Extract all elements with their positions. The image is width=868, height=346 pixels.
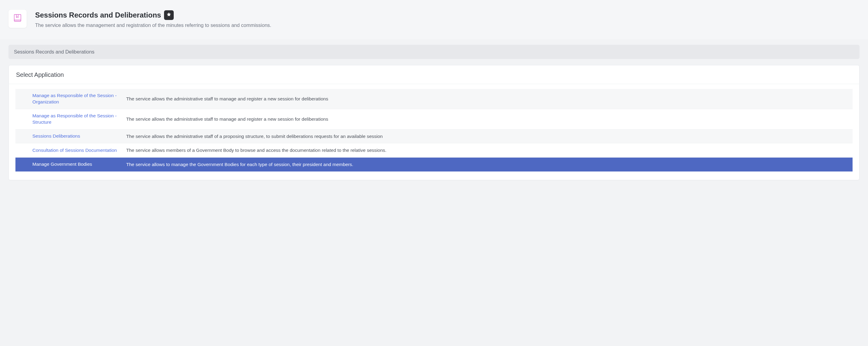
favorite-toggle[interactable]	[164, 10, 174, 20]
panel-title: Select Application	[9, 65, 859, 84]
breadcrumb: Sessions Records and Deliberations	[8, 45, 860, 59]
content-wrap: Sessions Records and Deliberations Selec…	[0, 39, 868, 189]
app-description: The service allows the administrative st…	[126, 133, 848, 140]
page-title: Sessions Records and Deliberations	[35, 11, 161, 20]
app-description: The service allows the administrative st…	[126, 96, 848, 102]
header-text: Sessions Records and Deliberations The s…	[35, 10, 860, 29]
app-link[interactable]: Manage as Responsible of the Session - O…	[32, 93, 126, 105]
page-header: Sessions Records and Deliberations The s…	[0, 0, 868, 39]
breadcrumb-text: Sessions Records and Deliberations	[14, 49, 94, 55]
title-row: Sessions Records and Deliberations	[35, 10, 860, 20]
table-row[interactable]: Manage as Responsible of the Session - O…	[16, 89, 852, 109]
table-row[interactable]: Sessions Deliberations The service allow…	[16, 130, 852, 144]
star-icon	[166, 12, 172, 19]
app-link[interactable]: Sessions Deliberations	[32, 133, 126, 139]
page: Sessions Records and Deliberations The s…	[0, 0, 868, 189]
app-description: The service allows to manage the Governm…	[126, 161, 848, 168]
app-link[interactable]: Consultation of Sessions Documentation	[32, 147, 126, 153]
table-row[interactable]: Manage as Responsible of the Session - S…	[16, 109, 852, 130]
app-description: The service allows members of a Governme…	[126, 147, 848, 153]
page-subtitle: The service allows the management and re…	[35, 22, 860, 29]
table-row[interactable]: Consultation of Sessions Documentation T…	[16, 143, 852, 158]
table-row-active[interactable]: Manage Government Bodies The service all…	[16, 158, 852, 172]
application-table: Manage as Responsible of the Session - O…	[16, 89, 852, 172]
bookmark-book-icon	[13, 13, 22, 24]
header-icon-tile	[8, 10, 27, 28]
app-description: The service allows the administrative st…	[126, 116, 848, 123]
app-link[interactable]: Manage Government Bodies	[32, 161, 126, 168]
application-panel: Select Application Manage as Responsible…	[8, 65, 860, 180]
app-link[interactable]: Manage as Responsible of the Session - S…	[32, 113, 126, 126]
